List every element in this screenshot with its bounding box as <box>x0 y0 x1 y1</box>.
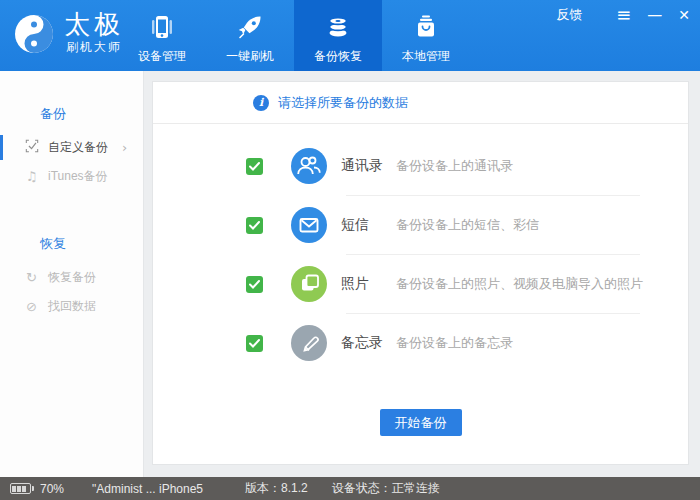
recover-data-icon: ⊘ <box>24 299 39 314</box>
list-item-contacts[interactable]: 通讯录 备份设备上的通讯录 <box>153 137 688 195</box>
bag-icon <box>411 12 441 42</box>
tab-label: 设备管理 <box>138 48 186 65</box>
tab-device-management[interactable]: 设备管理 <box>118 0 206 71</box>
check-icon <box>249 221 260 230</box>
tab-local-management[interactable]: 本地管理 <box>382 0 470 71</box>
chevron-right-icon: › <box>122 140 127 155</box>
window-controls: 反馈 ≡ — ✕ <box>556 6 690 24</box>
sidebar-section-restore: 恢复 ↻ 恢复备份 ⊘ 找回数据 <box>0 191 143 321</box>
check-icon <box>249 162 260 171</box>
banner-text: 请选择所要备份的数据 <box>278 94 408 112</box>
sidebar-section-backup: 备份 自定义备份 › ♫ iTunes备份 <box>0 71 143 191</box>
sidebar-item-custom-backup[interactable]: 自定义备份 › <box>0 133 143 162</box>
check-icon <box>249 339 260 348</box>
tab-backup-restore[interactable]: 备份恢复 <box>294 0 382 71</box>
main-wrap: i 请选择所要备份的数据 <box>144 71 700 477</box>
app-title: 太极 <box>64 11 124 37</box>
phone-icon <box>147 12 177 42</box>
sidebar-item-restore-backup[interactable]: ↻ 恢复备份 <box>0 263 143 292</box>
item-label: 照片 <box>341 275 396 293</box>
sidebar-item-label: iTunes备份 <box>48 168 108 185</box>
list-item-photos[interactable]: 照片 备份设备上的照片、视频及电脑导入的照片 <box>153 255 688 313</box>
sidebar-item-label: 找回数据 <box>48 298 96 315</box>
item-label: 短信 <box>341 216 396 234</box>
device-status: 设备状态：正常连接 <box>332 480 440 497</box>
feedback-link[interactable]: 反馈 <box>556 6 582 24</box>
tab-label: 备份恢复 <box>314 48 362 65</box>
status-bar: 70% "Administ ... iPhone5 版本：8.1.2 设备状态：… <box>0 477 700 500</box>
item-description: 备份设备上的通讯录 <box>396 157 513 175</box>
taiji-logo-icon <box>14 14 54 54</box>
contacts-icon <box>291 148 327 184</box>
app-subtitle: 刷机大师 <box>64 39 124 56</box>
sidebar-heading-backup: 备份 <box>40 105 143 123</box>
check-icon <box>249 280 260 289</box>
battery-icon <box>10 483 31 494</box>
version-label: 版本：8.1.2 <box>245 480 308 497</box>
main-nav: 设备管理 一键刷机 备份恢复 <box>118 0 470 71</box>
sms-checkbox[interactable] <box>246 217 263 234</box>
list-item-notes[interactable]: 备忘录 备份设备上的备忘录 <box>153 314 688 372</box>
backup-item-list: 通讯录 备份设备上的通讯录 短信 备份设 <box>153 124 688 372</box>
sms-icon <box>291 207 327 243</box>
restore-icon: ↻ <box>24 270 39 285</box>
custom-backup-icon <box>24 139 39 156</box>
notes-checkbox[interactable] <box>246 335 263 352</box>
button-row: 开始备份 <box>153 409 688 436</box>
item-description: 备份设备上的照片、视频及电脑导入的照片 <box>396 275 643 293</box>
backup-panel: i 请选择所要备份的数据 <box>152 81 689 465</box>
sidebar-item-label: 恢复备份 <box>48 269 96 286</box>
photos-checkbox[interactable] <box>246 276 263 293</box>
database-icon <box>323 12 353 42</box>
minimize-icon[interactable]: — <box>647 6 662 24</box>
app-logo: 太极 刷机大师 <box>14 11 124 56</box>
notes-icon <box>291 325 327 361</box>
close-icon[interactable]: ✕ <box>678 6 690 24</box>
tab-one-click-flash[interactable]: 一键刷机 <box>206 0 294 71</box>
list-item-sms[interactable]: 短信 备份设备上的短信、彩信 <box>153 196 688 254</box>
info-icon: i <box>253 95 269 111</box>
battery-percent: 70% <box>40 482 64 496</box>
start-backup-button[interactable]: 开始备份 <box>380 409 462 436</box>
photos-icon <box>291 266 327 302</box>
menu-icon[interactable]: ≡ <box>616 6 631 24</box>
sidebar: 备份 自定义备份 › ♫ iTunes备份 恢复 ↻ 恢复备份 <box>0 71 144 477</box>
music-note-icon: ♫ <box>24 169 39 184</box>
item-label: 通讯录 <box>341 157 396 175</box>
device-name: "Administ ... iPhone5 <box>92 482 203 496</box>
sidebar-item-label: 自定义备份 <box>48 139 108 156</box>
item-description: 备份设备上的备忘录 <box>396 334 513 352</box>
sidebar-item-recover-data[interactable]: ⊘ 找回数据 <box>0 292 143 321</box>
tab-label: 本地管理 <box>402 48 450 65</box>
tab-label: 一键刷机 <box>226 48 274 65</box>
contacts-checkbox[interactable] <box>246 158 263 175</box>
instruction-banner: i 请选择所要备份的数据 <box>153 82 688 124</box>
content-area: 备份 自定义备份 › ♫ iTunes备份 恢复 ↻ 恢复备份 <box>0 71 700 477</box>
sidebar-item-itunes-backup[interactable]: ♫ iTunes备份 <box>0 162 143 191</box>
sidebar-heading-restore: 恢复 <box>40 235 143 253</box>
item-label: 备忘录 <box>341 334 396 352</box>
item-description: 备份设备上的短信、彩信 <box>396 216 539 234</box>
rocket-icon <box>235 12 265 42</box>
titlebar: 太极 刷机大师 设备管理 <box>0 0 700 71</box>
